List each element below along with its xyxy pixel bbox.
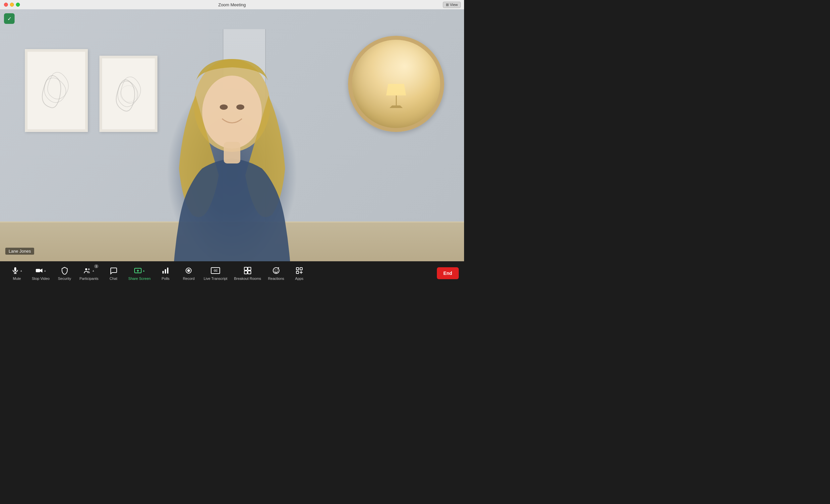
- participants-arrow[interactable]: ▲: [92, 269, 94, 272]
- svg-point-4: [220, 104, 228, 110]
- svg-rect-26: [300, 267, 302, 270]
- svg-point-5: [236, 104, 244, 110]
- video-arrow[interactable]: ▲: [44, 269, 46, 272]
- mic-icon: ▲: [11, 266, 23, 275]
- chat-button[interactable]: Chat: [102, 264, 125, 283]
- live-transcript-button[interactable]: CC Live Transcript: [200, 264, 231, 283]
- mute-button[interactable]: ▲ Mute: [5, 264, 29, 283]
- chat-label: Chat: [109, 277, 117, 281]
- traffic-lights: [4, 3, 20, 7]
- svg-rect-14: [165, 269, 166, 274]
- video-icon: ▲: [35, 266, 46, 275]
- end-button[interactable]: End: [437, 267, 459, 279]
- close-button[interactable]: [4, 3, 8, 7]
- breakout-rooms-button[interactable]: Breakout Rooms: [231, 264, 264, 283]
- picture-frame-1: [25, 49, 88, 132]
- share-screen-label: Share Screen: [128, 277, 151, 281]
- svg-rect-13: [162, 271, 164, 274]
- record-button[interactable]: Record: [177, 264, 200, 283]
- svg-rect-27: [296, 271, 299, 274]
- svg-rect-15: [167, 267, 168, 274]
- wall-mirror: [348, 36, 444, 132]
- svg-rect-20: [244, 271, 247, 274]
- lamp-reflection: [386, 84, 406, 111]
- mute-label: Mute: [13, 277, 21, 281]
- svg-point-10: [85, 268, 87, 270]
- toolbar-items: ▲ Mute ▲ Stop Video Security: [5, 264, 433, 283]
- svg-point-24: [277, 270, 278, 270]
- polls-button[interactable]: Polls: [154, 264, 177, 283]
- view-button[interactable]: ⊞ View: [443, 2, 461, 8]
- participant-count: 1: [94, 264, 98, 268]
- window-title: Zoom Meeting: [218, 2, 246, 7]
- mute-arrow[interactable]: ▲: [20, 269, 23, 272]
- svg-rect-9: [36, 269, 40, 272]
- svg-point-11: [88, 269, 90, 270]
- minimize-button[interactable]: [10, 3, 14, 7]
- svg-rect-25: [296, 267, 299, 270]
- security-badge: ✓: [4, 13, 14, 24]
- apps-icon: [295, 266, 303, 275]
- record-icon: [185, 266, 193, 275]
- cc-icon: CC: [211, 266, 220, 275]
- participant-name-label: Lane Jones: [5, 248, 34, 255]
- titlebar: Zoom Meeting ⊞ View: [0, 0, 464, 9]
- live-transcript-label: Live Transcript: [203, 277, 227, 281]
- svg-point-17: [187, 269, 190, 272]
- maximize-button[interactable]: [16, 3, 20, 7]
- svg-point-2: [202, 75, 262, 149]
- apps-label: Apps: [295, 277, 303, 281]
- polls-icon: [161, 266, 169, 275]
- security-button[interactable]: Security: [53, 264, 76, 283]
- record-label: Record: [183, 277, 195, 281]
- participants-label: Participants: [79, 277, 98, 281]
- share-screen-icon: ▲: [134, 266, 145, 275]
- stop-video-button[interactable]: ▲ Stop Video: [29, 264, 53, 283]
- svg-rect-19: [248, 267, 251, 270]
- shield-icon: [61, 266, 69, 275]
- stop-video-label: Stop Video: [32, 277, 50, 281]
- svg-rect-21: [248, 271, 251, 274]
- svg-rect-3: [224, 142, 240, 163]
- video-area: ✓ Lane Jones: [0, 9, 464, 261]
- svg-point-23: [275, 270, 276, 270]
- breakout-icon: [244, 266, 252, 275]
- share-arrow[interactable]: ▲: [142, 269, 145, 272]
- reactions-button[interactable]: Reactions: [264, 264, 288, 283]
- chat-icon: [109, 266, 117, 275]
- toolbar: ▲ Mute ▲ Stop Video Security: [0, 261, 464, 285]
- svg-rect-6: [14, 267, 16, 271]
- svg-rect-18: [244, 267, 247, 270]
- person-video: [136, 9, 328, 261]
- apps-button[interactable]: Apps: [288, 264, 311, 283]
- reactions-label: Reactions: [268, 277, 284, 281]
- breakout-rooms-label: Breakout Rooms: [234, 277, 261, 281]
- share-screen-button[interactable]: ▲ Share Screen: [125, 264, 154, 283]
- participants-icon: 1 ▲: [83, 266, 94, 275]
- reactions-icon: [272, 266, 280, 275]
- security-label: Security: [58, 277, 71, 281]
- polls-label: Polls: [161, 277, 169, 281]
- participants-button[interactable]: 1 ▲ Participants: [76, 264, 102, 283]
